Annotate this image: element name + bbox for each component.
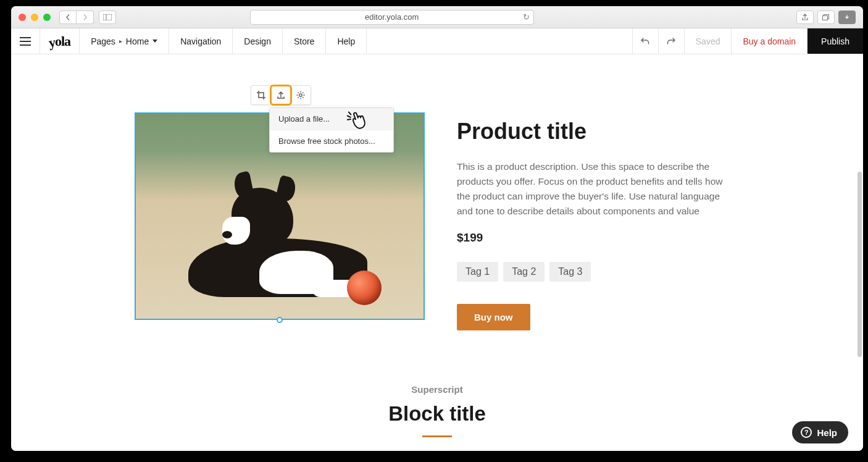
scrollbar-thumb[interactable] <box>858 172 862 357</box>
app-toolbar: yola Pages ▸ Home Navigation Design Stor… <box>11 28 863 54</box>
block-title[interactable]: Block title <box>11 402 863 426</box>
browser-forward-button[interactable] <box>77 10 94 24</box>
accent-underline <box>422 435 452 437</box>
browser-back-button[interactable] <box>59 10 77 24</box>
yola-logo[interactable]: yola <box>40 28 80 54</box>
pages-dropdown[interactable]: Pages ▸ Home <box>80 28 169 54</box>
browser-url-text: editor.yola.com <box>365 12 419 22</box>
publish-label: Publish <box>821 36 849 46</box>
crop-button[interactable] <box>251 86 271 104</box>
help-widget-label: Help <box>817 427 837 438</box>
svg-rect-0 <box>103 14 112 20</box>
upload-dropdown: Upload a file... Browse free stock photo… <box>269 107 394 153</box>
image-toolbar <box>251 85 311 105</box>
upload-image-button[interactable] <box>271 86 291 104</box>
product-title[interactable]: Product title <box>457 119 728 145</box>
browser-url-bar[interactable]: editor.yola.com ↻ <box>250 10 534 25</box>
product-price[interactable]: $199 <box>457 231 728 245</box>
navigation-button[interactable]: Navigation <box>169 28 233 54</box>
editor-canvas[interactable]: Upload a file... Browse free stock photo… <box>11 54 863 451</box>
browse-stock-item[interactable]: Browse free stock photos... <box>270 130 393 152</box>
product-block: Product title This is a product descript… <box>135 112 728 330</box>
product-details: Product title This is a product descript… <box>457 112 728 330</box>
upload-file-label: Upload a file... <box>278 114 330 124</box>
store-label: Store <box>294 36 314 46</box>
buy-now-label: Buy now <box>474 312 513 322</box>
saved-status: Saved <box>684 28 732 54</box>
ball-icon <box>347 271 382 305</box>
help-button[interactable]: Help <box>326 28 367 54</box>
traffic-lights <box>19 14 51 21</box>
svg-point-8 <box>299 94 302 96</box>
tag[interactable]: Tag 3 <box>549 262 591 282</box>
caret-right-icon: ▸ <box>119 38 122 44</box>
tag[interactable]: Tag 1 <box>457 262 498 282</box>
downloads-icon[interactable] <box>838 10 856 24</box>
window-zoom-icon[interactable] <box>43 14 51 21</box>
tag[interactable]: Tag 2 <box>503 262 545 282</box>
gear-icon <box>296 90 306 100</box>
navigation-label: Navigation <box>180 36 221 46</box>
tabs-icon[interactable] <box>817 10 835 24</box>
buy-domain-label: Buy a domain <box>743 36 796 46</box>
window-close-icon[interactable] <box>19 14 26 21</box>
publish-button[interactable]: Publish <box>807 28 863 54</box>
design-button[interactable]: Design <box>233 28 283 54</box>
sidebar-toggle-icon[interactable] <box>99 10 116 24</box>
chevron-down-icon <box>152 40 157 43</box>
hamburger-menu-icon[interactable] <box>11 28 40 54</box>
resize-handle[interactable] <box>277 317 283 323</box>
help-widget[interactable]: ? Help <box>792 421 848 443</box>
upload-file-item[interactable]: Upload a file... <box>270 108 393 130</box>
buy-domain-button[interactable]: Buy a domain <box>731 28 807 54</box>
window-minimize-icon[interactable] <box>31 14 38 21</box>
svg-rect-3 <box>822 15 827 20</box>
superscript-text[interactable]: Superscript <box>11 384 863 395</box>
pages-label: Pages <box>91 36 115 46</box>
current-page-label: Home <box>126 36 149 46</box>
scrollbar[interactable] <box>857 54 862 451</box>
browser-nav-group <box>59 10 94 24</box>
crop-icon <box>256 90 266 100</box>
share-icon[interactable] <box>796 10 814 24</box>
design-label: Design <box>244 36 271 46</box>
browse-stock-label: Browse free stock photos... <box>278 136 375 146</box>
help-icon: ? <box>801 427 812 438</box>
browser-chrome: editor.yola.com ↻ <box>11 6 863 28</box>
upload-icon <box>276 90 286 100</box>
image-settings-button[interactable] <box>291 86 311 104</box>
next-block: Superscript Block title <box>11 384 863 437</box>
reload-icon[interactable]: ↻ <box>523 12 530 22</box>
buy-now-button[interactable]: Buy now <box>457 304 530 330</box>
product-description[interactable]: This is a product description. Use this … <box>457 159 728 219</box>
saved-label: Saved <box>696 36 720 46</box>
store-button[interactable]: Store <box>283 28 326 54</box>
help-label: Help <box>337 36 355 46</box>
redo-button[interactable] <box>658 28 684 54</box>
product-tags: Tag 1 Tag 2 Tag 3 <box>457 262 728 282</box>
undo-button[interactable] <box>632 28 658 54</box>
